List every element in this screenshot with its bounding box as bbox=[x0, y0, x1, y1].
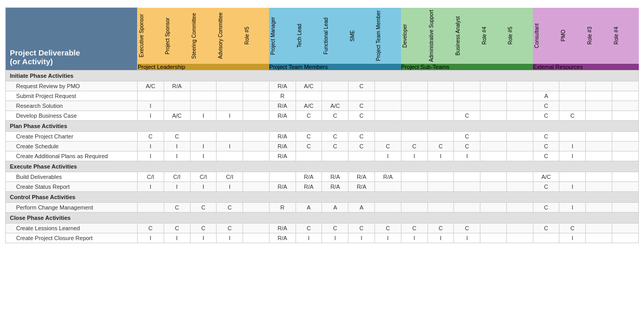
cell-11 bbox=[427, 91, 454, 101]
table-row: Create Project CharterCCR/ACCCCC bbox=[6, 132, 639, 142]
cell-8 bbox=[348, 151, 375, 161]
table-row: Develop Business CaseIA/CIIR/ACCCCCC bbox=[6, 111, 639, 121]
cell-2 bbox=[190, 81, 217, 91]
cell-10 bbox=[401, 203, 427, 213]
cell-15 bbox=[533, 233, 559, 243]
cell-2: C bbox=[190, 203, 217, 213]
cell-13 bbox=[480, 91, 507, 101]
cell-6: C bbox=[296, 111, 322, 121]
cell-16: I bbox=[559, 203, 586, 213]
cell-11 bbox=[427, 172, 454, 182]
cell-3 bbox=[217, 101, 243, 111]
cell-4 bbox=[243, 233, 270, 243]
cell-14 bbox=[506, 111, 533, 121]
cell-3 bbox=[217, 132, 243, 142]
role-header-11: Administrative Support bbox=[427, 8, 454, 64]
cell-8: A bbox=[348, 203, 375, 213]
cell-4 bbox=[243, 203, 270, 213]
cell-9: R/A bbox=[374, 172, 401, 182]
phase-header-cell: Initiate Phase Activities bbox=[6, 71, 639, 81]
cell-2: I bbox=[190, 142, 217, 151]
cell-14 bbox=[506, 91, 533, 101]
cell-7 bbox=[322, 151, 348, 161]
cell-9: C bbox=[374, 224, 401, 233]
table-row: Submit Project RequestRA bbox=[6, 91, 639, 101]
cell-9 bbox=[374, 182, 401, 192]
cell-8: R/A bbox=[348, 182, 375, 192]
cell-18 bbox=[612, 224, 639, 233]
cell-0: C/I bbox=[137, 172, 164, 182]
cell-0 bbox=[137, 91, 164, 101]
group-label-leadership: Project Leadership bbox=[137, 64, 269, 71]
cell-13 bbox=[480, 172, 507, 182]
cell-16 bbox=[559, 81, 586, 91]
cell-6: A/C bbox=[296, 81, 322, 91]
cell-5: R/A bbox=[269, 233, 296, 243]
cell-7: C bbox=[322, 224, 348, 233]
role-label-11: Administrative Support bbox=[427, 8, 435, 64]
role-label-12: Business Analyst bbox=[454, 12, 462, 59]
cell-18 bbox=[612, 91, 639, 101]
cell-5: R/A bbox=[269, 81, 296, 91]
cell-11 bbox=[427, 81, 454, 91]
cell-11 bbox=[427, 111, 454, 121]
role-label-9: Project Team Member bbox=[374, 8, 382, 63]
cell-11: I bbox=[427, 233, 454, 243]
cell-17 bbox=[586, 203, 612, 213]
cell-13 bbox=[480, 132, 507, 142]
table-row: Create ScheduleIIIIR/ACCCCCCCCI bbox=[6, 142, 639, 151]
cell-9: I bbox=[374, 233, 401, 243]
cell-5: R/A bbox=[269, 224, 296, 233]
table-row: Create Lessions LearnedCCCCR/ACCCCCCCCC bbox=[6, 224, 639, 233]
cell-7: R/A bbox=[322, 182, 348, 192]
table-row: Request Review by PMOA/CR/AR/AA/CC bbox=[6, 81, 639, 91]
cell-5: R/A bbox=[269, 182, 296, 192]
cell-8 bbox=[348, 91, 375, 101]
role-label-6: Tech Lead bbox=[296, 12, 303, 59]
cell-13 bbox=[480, 81, 507, 91]
role-label-16: PMO bbox=[559, 12, 567, 59]
cell-16: C bbox=[559, 224, 586, 233]
cell-2: I bbox=[190, 151, 217, 161]
table-row: Build DeliverablesC/IC/IC/IC/IR/AR/AR/AR… bbox=[6, 172, 639, 182]
cell-0: I bbox=[137, 182, 164, 192]
cell-15: A/C bbox=[533, 172, 559, 182]
cell-16: I bbox=[559, 233, 586, 243]
cell-17 bbox=[586, 172, 612, 182]
cell-3: C bbox=[217, 203, 243, 213]
cell-3: I bbox=[217, 182, 243, 192]
role-header-3: Advisory Committee bbox=[217, 8, 243, 64]
cell-15: C bbox=[533, 111, 559, 121]
cell-18 bbox=[612, 182, 639, 192]
role-header-1: Project Sponsor bbox=[164, 8, 190, 64]
cell-6: R/A bbox=[296, 182, 322, 192]
group-label-external: External Resources bbox=[533, 64, 638, 71]
cell-3: I bbox=[217, 233, 243, 243]
cell-6: C bbox=[296, 142, 322, 151]
cell-14 bbox=[506, 151, 533, 161]
activity-name: Research Solution bbox=[6, 101, 138, 111]
cell-7: C bbox=[322, 142, 348, 151]
cell-15: C bbox=[533, 101, 559, 111]
cell-9 bbox=[374, 81, 401, 91]
cell-2: C/I bbox=[190, 172, 217, 182]
cell-17 bbox=[586, 111, 612, 121]
cell-18 bbox=[612, 172, 639, 182]
cell-4 bbox=[243, 91, 270, 101]
cell-16 bbox=[559, 91, 586, 101]
role-header-17: Role #3 bbox=[586, 8, 612, 64]
cell-1: I bbox=[164, 142, 190, 151]
cell-13 bbox=[480, 233, 507, 243]
cell-4 bbox=[243, 132, 270, 142]
cell-9 bbox=[374, 203, 401, 213]
cell-16 bbox=[559, 101, 586, 111]
cell-15: C bbox=[533, 224, 559, 233]
cell-0: I bbox=[137, 151, 164, 161]
cell-17 bbox=[586, 151, 612, 161]
activity-name: Request Review by PMO bbox=[6, 81, 138, 91]
activity-name: Create Status Report bbox=[6, 182, 138, 192]
cell-14 bbox=[506, 142, 533, 151]
cell-14 bbox=[506, 81, 533, 91]
role-header-15: Consultant bbox=[533, 8, 559, 64]
activity-name: Develop Business Case bbox=[6, 111, 138, 121]
